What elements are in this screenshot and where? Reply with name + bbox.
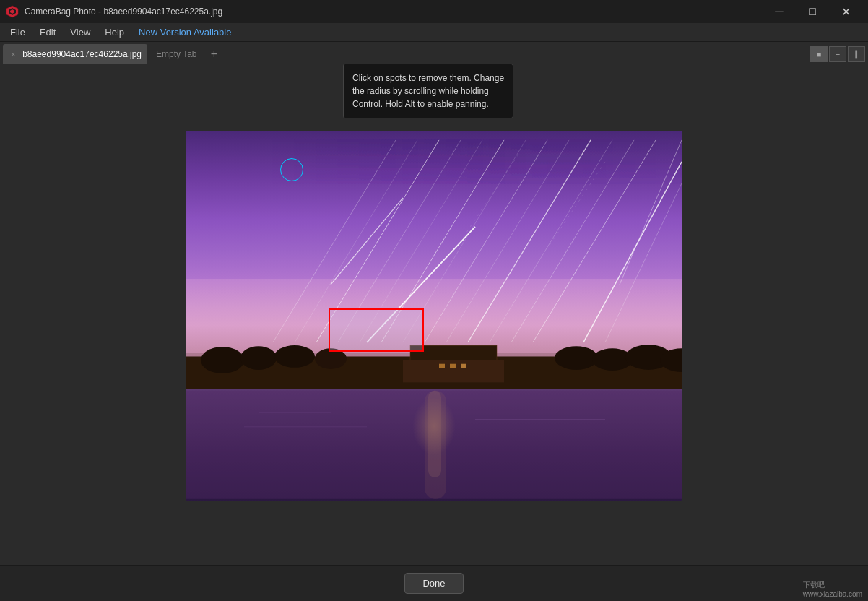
watermark: 下载吧 www.xiazaiba.com	[803, 580, 862, 598]
tooltip-line1: Click on spots to remove them. Change	[352, 73, 504, 83]
svg-rect-40	[186, 391, 682, 499]
svg-point-34	[555, 346, 598, 370]
maximize-button[interactable]: □	[796, 0, 829, 23]
add-tab-button[interactable]: +	[205, 46, 222, 63]
svg-rect-31	[439, 364, 445, 368]
menu-file[interactable]: File	[3, 24, 32, 41]
svg-line-5	[490, 140, 612, 342]
done-button[interactable]: Done	[404, 573, 463, 594]
bottom-bar: Done	[0, 565, 868, 601]
active-tab[interactable]: × b8aeed9904ac17ec46225a.jpg	[3, 44, 147, 64]
svg-line-3	[533, 140, 656, 342]
svg-line-7	[446, 140, 569, 342]
window-controls: ─ □ ✕	[763, 0, 862, 23]
svg-line-20	[331, 198, 403, 285]
menu-edit[interactable]: Edit	[32, 24, 63, 41]
svg-line-23	[461, 155, 518, 241]
menu-help[interactable]: Help	[97, 24, 131, 41]
watermark-text: 下载吧	[803, 580, 862, 590]
star-trails	[186, 131, 682, 371]
tooltip-line2: the radius by scrolling while holding	[352, 86, 489, 96]
svg-line-19	[367, 227, 475, 342]
empty-tab[interactable]: Empty Tab	[149, 44, 204, 64]
grid-view-button[interactable]: ≡	[829, 46, 846, 62]
close-button[interactable]: ✕	[829, 0, 862, 23]
photo-container[interactable]	[186, 131, 682, 501]
svg-line-13	[316, 140, 439, 342]
photo-canvas	[186, 131, 682, 501]
svg-point-26	[240, 346, 277, 370]
svg-rect-33	[461, 364, 466, 368]
compare-view-button[interactable]: ∥	[848, 46, 865, 62]
svg-line-10	[381, 140, 504, 342]
svg-rect-30	[403, 360, 504, 382]
title-bar: CameraBag Photo - b8aeed9904ac17ec46225a…	[0, 0, 868, 23]
svg-line-17	[605, 183, 682, 342]
tab-close-button[interactable]: ×	[9, 49, 18, 59]
svg-line-14	[295, 140, 417, 342]
app-icon	[6, 5, 19, 18]
svg-point-28	[315, 348, 347, 369]
minimize-button[interactable]: ─	[763, 0, 796, 23]
tab-bar: × b8aeed9904ac17ec46225a.jpg Empty Tab +…	[0, 42, 868, 66]
window-title: CameraBag Photo - b8aeed9904ac17ec46225a…	[25, 7, 763, 17]
svg-point-27	[274, 345, 315, 368]
watermark-url: www.xiazaiba.com	[803, 590, 862, 598]
tooltip-line3: Control. Hold Alt to enable panning.	[352, 99, 489, 109]
main-content	[0, 66, 868, 565]
svg-point-25	[201, 347, 244, 373]
svg-rect-32	[450, 364, 456, 368]
svg-line-18	[620, 140, 682, 285]
view-buttons: ■ ≡ ∥	[810, 46, 865, 62]
single-view-button[interactable]: ■	[810, 46, 828, 62]
svg-line-6	[468, 140, 591, 342]
menu-bar: File Edit View Help New Version Availabl…	[0, 23, 868, 42]
tooltip: Click on spots to remove them. Change th…	[343, 64, 513, 118]
svg-line-9	[403, 140, 526, 342]
svg-line-16	[583, 162, 682, 342]
tab-label: b8aeed9904ac17ec46225a.jpg	[22, 49, 142, 59]
menu-view[interactable]: View	[63, 24, 97, 41]
menu-new-version[interactable]: New Version Available	[131, 24, 238, 41]
water-reflections	[186, 389, 682, 501]
